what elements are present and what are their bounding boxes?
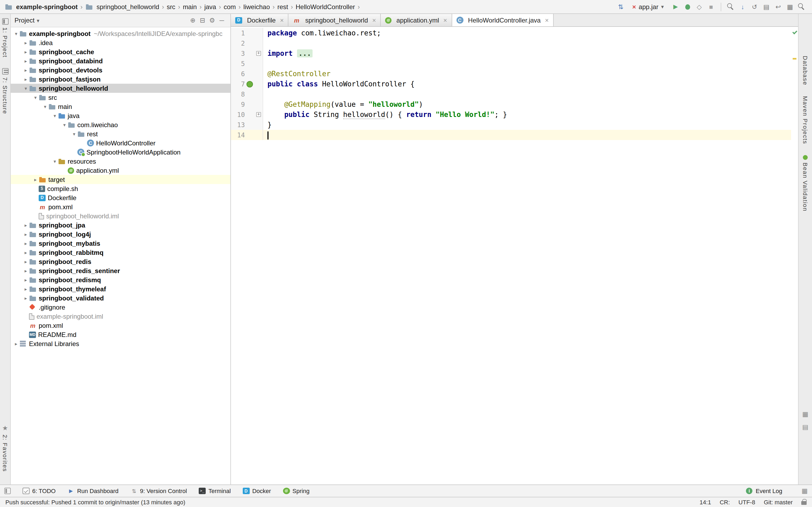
tree-item[interactable]: ▸springboot_cache <box>11 47 231 56</box>
tool-button-spring[interactable]: Spring <box>283 488 310 494</box>
breadcrumb-item[interactable]: java <box>204 3 217 10</box>
tree-toggle-icon[interactable]: ▾ <box>42 104 48 109</box>
vcs-update-icon[interactable]: ↓ <box>737 1 749 12</box>
panel-title[interactable]: Project <box>14 17 35 24</box>
breadcrumb-item[interactable]: rest <box>277 3 289 10</box>
tree-item[interactable]: ▸target <box>11 175 231 184</box>
chevron-down-icon[interactable]: ▾ <box>37 17 40 23</box>
tree-toggle-icon[interactable]: ▸ <box>22 76 29 82</box>
layout-b-icon[interactable]: ▤ <box>802 423 809 431</box>
tree-toggle-icon[interactable]: ▸ <box>22 67 29 73</box>
rollback-icon[interactable]: ↺ <box>749 1 760 12</box>
fold-marker-icon[interactable]: + <box>256 51 261 56</box>
tool-button-run-dashboard[interactable]: Run Dashboard <box>67 488 118 494</box>
tree-item[interactable]: ▸springboot_redis <box>11 257 231 266</box>
tree-item[interactable]: ▸springboot_redis_sentiner <box>11 266 231 275</box>
editor-lines[interactable]: 1package com.liweichao.rest;23+import ..… <box>231 27 791 485</box>
line-separator-widget[interactable]: CR: <box>720 499 730 505</box>
stop-icon[interactable]: ■ <box>705 1 717 12</box>
event-log-button[interactable]: i Event Log <box>746 488 782 494</box>
caret-position[interactable]: 14:1 <box>700 499 711 505</box>
tree-toggle-icon[interactable]: ▾ <box>61 122 68 127</box>
tool-button-project[interactable]: 1: Project <box>2 18 8 58</box>
editor-tab[interactable]: application.yml× <box>381 14 452 26</box>
tree-toggle-icon[interactable]: ▾ <box>22 86 29 91</box>
encoding-widget[interactable]: UTF-8 <box>739 499 755 505</box>
tree-item[interactable]: ▸springboot_validated <box>11 293 231 302</box>
tree-item[interactable]: pom.xml <box>11 321 231 330</box>
tree-item[interactable]: README.md <box>11 330 231 339</box>
tree-item[interactable]: ▸.idea <box>11 38 231 47</box>
tree-toggle-icon[interactable]: ▸ <box>22 231 29 237</box>
editor-line[interactable]: 5 <box>231 58 791 69</box>
editor-line[interactable]: 2 <box>231 38 791 48</box>
close-icon[interactable]: × <box>443 16 447 24</box>
updown-icon[interactable]: ⇅ <box>615 1 626 12</box>
tree-item[interactable]: ▸springboot_log4j <box>11 230 231 239</box>
tree-item[interactable]: Dockerfile <box>11 193 231 202</box>
tree-item[interactable]: example-springboot.iml <box>11 312 231 321</box>
tool-button-structure[interactable]: 7: Structure <box>2 68 8 115</box>
tool-button-favorites[interactable]: ★2: Favorites <box>2 424 8 471</box>
tree-item[interactable]: ▾main <box>11 102 231 111</box>
window-layout-icon[interactable]: ▦ <box>802 487 808 495</box>
tree-item[interactable]: ▸springboot_thymeleaf <box>11 284 231 293</box>
tree-toggle-icon[interactable]: ▸ <box>22 277 29 282</box>
settings-icon[interactable]: ⚙ <box>207 15 217 25</box>
tree-toggle-icon[interactable]: ▸ <box>22 49 29 54</box>
tree-toggle-icon[interactable]: ▸ <box>22 40 29 45</box>
close-icon[interactable]: × <box>545 16 549 24</box>
editor-tab[interactable]: springboot_helloworld× <box>289 14 381 26</box>
editor-line[interactable]: 3+import ... <box>231 48 791 58</box>
fold-marker-icon[interactable]: + <box>256 112 261 117</box>
tree-item[interactable]: application.yml <box>11 166 231 175</box>
layout-icon[interactable]: ▦ <box>784 1 796 12</box>
tree-item[interactable]: ▾springboot_helloworld <box>11 84 231 93</box>
diff-icon[interactable]: ▤ <box>760 1 772 12</box>
editor-line[interactable]: 10+ public String helloworld() { return … <box>231 109 791 120</box>
debug-icon[interactable] <box>681 1 693 12</box>
tool-window-switcher-icon[interactable] <box>4 488 11 494</box>
close-icon[interactable]: × <box>372 16 376 24</box>
tree-item[interactable]: ▾rest <box>11 129 231 138</box>
tree-toggle-icon[interactable]: ▸ <box>22 250 29 255</box>
tree-item[interactable]: .gitignore <box>11 302 231 312</box>
tree-item[interactable]: ▾src <box>11 93 231 102</box>
breadcrumb-item[interactable]: main <box>182 3 197 10</box>
tree-toggle-icon[interactable]: ▾ <box>52 159 58 164</box>
tree-item[interactable]: ▾resources <box>11 157 231 166</box>
tree-item[interactable]: ▾example-springboot~/Workspaces/IntelliJ… <box>11 29 231 38</box>
tree-item[interactable]: ▸springboot_redismq <box>11 275 231 284</box>
breadcrumb-item[interactable]: springboot_helloworld <box>85 3 160 10</box>
breadcrumb-item[interactable]: com <box>223 3 236 10</box>
tool-button-terminal[interactable]: Terminal <box>199 488 231 494</box>
breadcrumb-item[interactable]: example-springboot <box>4 3 78 10</box>
hide-icon[interactable]: ─ <box>217 15 226 25</box>
locate-icon[interactable]: ⊕ <box>188 15 198 25</box>
git-branch-widget[interactable]: Git: master <box>764 499 793 505</box>
editor-line[interactable]: 13} <box>231 120 791 130</box>
tree-item[interactable]: springboot_helloworld.iml <box>11 211 231 221</box>
tree-item[interactable]: HelloWorldController <box>11 138 231 148</box>
close-icon[interactable]: × <box>280 16 284 24</box>
breadcrumb-item[interactable]: liweichao <box>243 3 270 10</box>
tree-item[interactable]: ▾java <box>11 111 231 120</box>
tree-item[interactable]: ▸springboot_databind <box>11 56 231 65</box>
find-icon[interactable] <box>725 1 737 12</box>
tree-toggle-icon[interactable]: ▸ <box>13 341 19 346</box>
search-everywhere-icon[interactable] <box>796 1 808 12</box>
run-icon[interactable]: ▶ <box>670 1 681 12</box>
tree-item[interactable]: ▸External Libraries <box>11 339 231 348</box>
editor-line[interactable]: 7public class HelloWorldController { <box>231 79 791 89</box>
inspections-ok-icon[interactable] <box>792 30 797 34</box>
editor-line[interactable]: 9 @GetMapping(value = "helloworld") <box>231 99 791 109</box>
lock-icon[interactable] <box>801 501 807 505</box>
layout-a-icon[interactable]: ▦ <box>802 410 809 418</box>
editor-tab[interactable]: HelloWorldController.java× <box>452 14 553 26</box>
run-config-select[interactable]: × app.jar ▾ <box>628 2 668 11</box>
tree-toggle-icon[interactable]: ▸ <box>22 222 29 228</box>
tree-item[interactable]: pom.xml <box>11 202 231 211</box>
spring-bean-icon[interactable] <box>245 81 255 87</box>
tool-button-version-control[interactable]: 9: Version Control <box>130 488 187 494</box>
tree-item[interactable]: ▸springboot_devtools <box>11 65 231 74</box>
